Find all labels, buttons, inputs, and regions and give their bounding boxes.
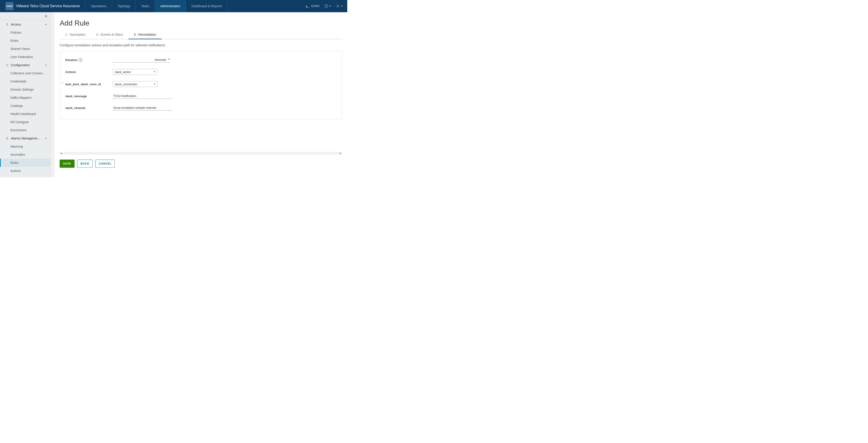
sidenav-item-alarming[interactable]: Alarming (0, 142, 51, 150)
label-conn-id: task_post_slack_conn_id (65, 83, 113, 86)
conn-id-select[interactable]: slack_connection (113, 81, 157, 87)
sidenav-item-domain-settings[interactable]: Domain Settings (0, 85, 51, 94)
chevron-down-icon (44, 63, 48, 67)
remediation-card: ⠿ Duration i Seconds (60, 51, 342, 119)
page-description: Configure remediation actions and escala… (60, 43, 342, 47)
sidenav-item-shared-views[interactable]: Shared Views (0, 45, 51, 53)
sidenav-item-credentials[interactable]: Credentials (0, 77, 51, 85)
svg-point-3 (6, 23, 8, 24)
main-content: Add Rule 1 - Description 2 - Events & Fi… (54, 12, 347, 177)
user-icon[interactable] (336, 4, 343, 8)
sidenav: Access Policies Roles Shared Views User … (0, 12, 54, 177)
row-conn-id: task_post_slack_conn_id slack_connection (65, 78, 336, 90)
content-inner[interactable]: Configure remediation actions and escala… (60, 39, 342, 152)
nav-group-label: Alarms Manageme... (11, 137, 40, 140)
header-right: DARK (305, 0, 347, 12)
svg-point-4 (7, 65, 8, 65)
actions-value: slack_action (115, 70, 131, 74)
sidenav-item-catalogs[interactable]: Catalogs (0, 102, 51, 110)
slack-message-input[interactable] (113, 93, 172, 99)
tab-description[interactable]: 1 - Description (60, 31, 91, 39)
sidenav-item-policies[interactable]: Policies (0, 28, 51, 37)
row-slack-channel: slack_channel (65, 102, 336, 114)
app-header: vmw VMware Telco Cloud Service Assurance… (0, 0, 347, 12)
user-icon (5, 23, 9, 26)
sidenav-item-kafka-mappers[interactable]: Kafka Mappers (0, 94, 51, 102)
top-nav: Operations Topology Tasks Administration… (85, 0, 227, 12)
row-actions: Actions slack_action (65, 66, 336, 78)
label-actions: Actions (65, 70, 113, 74)
sidenav-scroll-strip (51, 12, 54, 177)
actions-select[interactable]: slack_action (113, 69, 157, 75)
sidenav-item-roles[interactable]: Roles (0, 37, 51, 45)
scroll-right-icon[interactable]: ▶ (339, 152, 342, 155)
chevron-down-icon (154, 71, 155, 73)
gear-icon (5, 63, 9, 67)
duration-input[interactable] (113, 57, 153, 63)
product-title: VMware Telco Cloud Service Assurance (16, 4, 80, 8)
horizontal-scrollbar[interactable]: ◀ ▶ (60, 152, 342, 155)
sidenav-item-kpi-designer[interactable]: KPI Designer (0, 118, 51, 126)
content-scroll: Configure remediation actions and escala… (60, 39, 342, 152)
nav-tasks[interactable]: Tasks (136, 0, 155, 12)
nav-group-label: Access (11, 23, 21, 26)
moon-icon (305, 4, 310, 8)
row-duration: Duration i Seconds (65, 54, 336, 66)
sidenav-item-actions[interactable]: Actions (0, 167, 51, 175)
drag-handle-icon[interactable]: ⠿ (62, 83, 63, 84)
scroll-left-icon[interactable]: ◀ (60, 152, 62, 155)
theme-toggle[interactable]: DARK (305, 4, 320, 8)
tabs: 1 - Description 2 - Events & Filters 3 -… (60, 31, 342, 39)
nav-group-configuration[interactable]: Configuration (0, 61, 51, 69)
conn-id-value: slack_connection (115, 83, 137, 86)
slack-channel-input[interactable] (113, 105, 172, 111)
sidenav-item-user-federation[interactable]: User Federation (0, 53, 51, 61)
alarm-icon (5, 137, 9, 140)
chevron-down-icon (44, 137, 48, 140)
cancel-button[interactable]: CANCEL (95, 159, 115, 168)
page-title: Add Rule (60, 19, 342, 27)
nav-dashboard-reports[interactable]: Dashboard & Reports (186, 0, 227, 12)
nav-group-alarms[interactable]: Alarms Manageme... (0, 134, 51, 142)
back-button[interactable]: BACK (77, 159, 93, 168)
nav-topology[interactable]: Topology (112, 0, 136, 12)
svg-point-2 (337, 5, 338, 6)
nav-group-access[interactable]: Access (0, 20, 51, 28)
sidenav-item-health-dashboard[interactable]: Health Dashboard (0, 110, 51, 118)
sidenav-item-rules[interactable]: Rules (0, 159, 51, 167)
vmware-logo: vmw (5, 2, 13, 10)
label-slack-message: slack_message (65, 94, 113, 98)
row-slack-message: slack_message (65, 90, 336, 102)
actions-bar: SAVE BACK CANCEL (60, 155, 342, 173)
label-duration: Duration i (65, 58, 113, 62)
nav-administration[interactable]: Administration (155, 0, 186, 12)
save-button[interactable]: SAVE (60, 159, 74, 168)
nav-operations[interactable]: Operations (85, 0, 112, 12)
chevron-down-icon (44, 23, 48, 26)
sidenav-item-anomalies[interactable]: Anomalies (0, 150, 51, 159)
duration-unit-select[interactable]: Seconds (154, 57, 170, 63)
svg-point-5 (7, 139, 7, 139)
tab-events-filters[interactable]: 2 - Events & Filters (91, 31, 128, 39)
collapse-icon (44, 14, 48, 18)
theme-label: DARK (311, 4, 320, 8)
label-slack-channel: slack_channel (65, 106, 113, 110)
chevron-down-icon (154, 84, 155, 85)
sidenav-item-collectors[interactable]: Collectors and Connec... (0, 69, 51, 77)
branding: vmw VMware Telco Cloud Service Assurance (0, 0, 85, 12)
sidenav-item-enrichment[interactable]: Enrichment (0, 126, 51, 134)
tab-remediation[interactable]: 3 - Remediation (129, 31, 162, 39)
sidenav-collapse-toggle[interactable] (0, 12, 51, 20)
nav-group-label: Configuration (11, 63, 30, 67)
help-icon[interactable] (324, 4, 331, 8)
info-icon[interactable]: i (79, 58, 82, 62)
